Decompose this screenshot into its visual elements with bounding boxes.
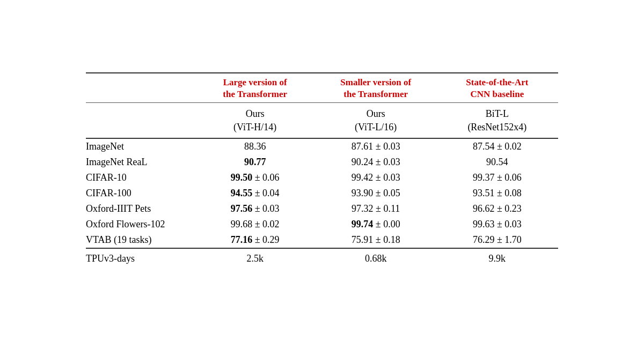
row-label: Oxford-IIIT Pets xyxy=(86,201,195,217)
subheader-vith14: Ours (ViT-H/14) xyxy=(195,103,316,138)
row-col3: 90.24 ± 0.03 xyxy=(316,154,436,170)
row-label: CIFAR-10 xyxy=(86,170,195,186)
subheader-empty xyxy=(86,103,195,138)
row-label: CIFAR-100 xyxy=(86,186,195,201)
table-row: VTAB (19 tasks)77.16 ± 0.2975.91 ± 0.187… xyxy=(86,232,558,248)
row-col4: 87.54 ± 0.02 xyxy=(436,138,558,154)
table-row: CIFAR-10094.55 ± 0.0493.90 ± 0.0593.51 ±… xyxy=(86,186,558,201)
table-row: Oxford-IIIT Pets97.56 ± 0.0397.32 ± 0.11… xyxy=(86,201,558,217)
row-col3: 97.32 ± 0.11 xyxy=(316,201,436,217)
row-col2: 77.16 ± 0.29 xyxy=(195,232,316,248)
row-col4: 99.37 ± 0.06 xyxy=(436,170,558,186)
results-table: Large version of the Transformer Smaller… xyxy=(86,72,558,269)
row-label: VTAB (19 tasks) xyxy=(86,232,195,248)
row-col3: 75.91 ± 0.18 xyxy=(316,232,436,248)
row-col4: 93.51 ± 0.08 xyxy=(436,186,558,201)
row-col4: 76.29 ± 1.70 xyxy=(436,232,558,248)
row-col3: 99.42 ± 0.03 xyxy=(316,170,436,186)
tpu-col4: 9.9k xyxy=(436,248,558,269)
subheader-bitl: BiT-L (ResNet152x4) xyxy=(436,103,558,138)
row-col2: 90.77 xyxy=(195,154,316,170)
row-label: ImageNet ReaL xyxy=(86,154,195,170)
row-col3: 87.61 ± 0.03 xyxy=(316,138,436,154)
row-label: ImageNet xyxy=(86,138,195,154)
tpu-col2: 2.5k xyxy=(195,248,316,269)
row-col3: 99.74 ± 0.00 xyxy=(316,217,436,232)
row-col2: 97.56 ± 0.03 xyxy=(195,201,316,217)
row-col3: 93.90 ± 0.05 xyxy=(316,186,436,201)
tpu-col3: 0.68k xyxy=(316,248,436,269)
subheader-vitl16: Ours (ViT-L/16) xyxy=(316,103,436,138)
row-col4: 90.54 xyxy=(436,154,558,170)
tpu-label: TPUv3-days xyxy=(86,248,195,269)
header-row-category: Large version of the Transformer Smaller… xyxy=(86,73,558,103)
header-row-model: Ours (ViT-H/14) Ours (ViT-L/16) BiT-L (R… xyxy=(86,103,558,138)
header-empty xyxy=(86,73,195,103)
table-row: CIFAR-1099.50 ± 0.0699.42 ± 0.0399.37 ± … xyxy=(86,170,558,186)
row-label: Oxford Flowers-102 xyxy=(86,217,195,232)
table-row: Oxford Flowers-10299.68 ± 0.0299.74 ± 0.… xyxy=(86,217,558,232)
row-col2: 99.68 ± 0.02 xyxy=(195,217,316,232)
row-col2: 94.55 ± 0.04 xyxy=(195,186,316,201)
header-cnn-baseline: State-of-the-Art CNN baseline xyxy=(436,73,558,103)
header-large-transformer: Large version of the Transformer xyxy=(195,73,316,103)
table-row: ImageNet ReaL90.7790.24 ± 0.0390.54 xyxy=(86,154,558,170)
row-col4: 96.62 ± 0.23 xyxy=(436,201,558,217)
table-row: ImageNet88.3687.61 ± 0.0387.54 ± 0.02 xyxy=(86,138,558,154)
row-col2: 88.36 xyxy=(195,138,316,154)
row-col2: 99.50 ± 0.06 xyxy=(195,170,316,186)
table-container: Large version of the Transformer Smaller… xyxy=(64,62,580,279)
tpu-row: TPUv3-days2.5k0.68k9.9k xyxy=(86,248,558,269)
header-small-transformer: Smaller version of the Transformer xyxy=(316,73,436,103)
row-col4: 99.63 ± 0.03 xyxy=(436,217,558,232)
